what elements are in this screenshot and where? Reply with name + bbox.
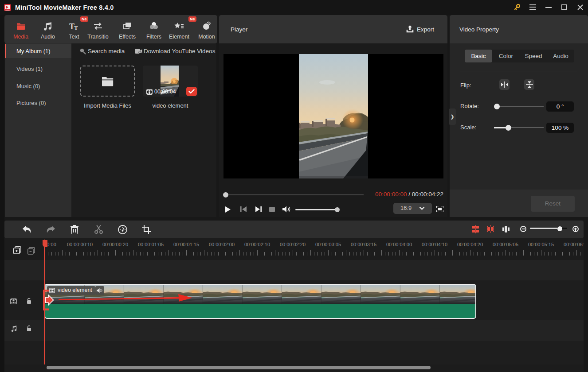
svg-text:T: T (74, 24, 78, 31)
